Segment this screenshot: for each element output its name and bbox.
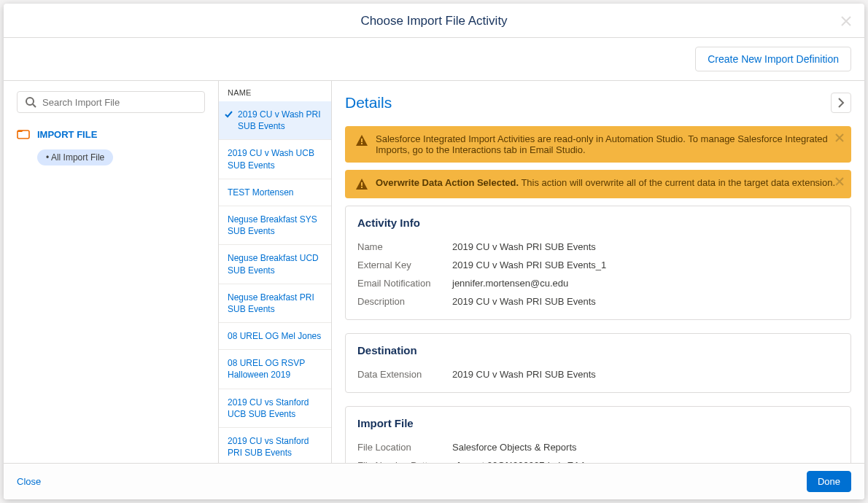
field-label: External Key <box>357 260 452 270</box>
check-icon <box>225 110 233 118</box>
list-item[interactable]: Neguse Breakfast PRI SUB Events <box>219 284 331 323</box>
svg-point-0 <box>26 98 34 105</box>
alert-text: Salesforce Integrated Import Activities … <box>376 133 841 155</box>
create-new-import-button[interactable]: Create New Import Definition <box>695 47 851 71</box>
list-item[interactable]: 2019 CU v Wash PRI SUB Events <box>219 101 331 140</box>
list-item[interactable]: 2019 CU v Wash UCB SUB Events <box>219 140 331 179</box>
list-item-label: 2019 CU vs Stanford PRI SUB Events <box>228 436 309 458</box>
field-row: Description2019 CU v Wash PRI SUB Events <box>357 292 839 311</box>
list-item[interactable]: 2019 CU vs Stanford UCB SUB Events <box>219 389 331 428</box>
alert-banner: Salesforce Integrated Import Activities … <box>345 126 851 163</box>
field-label: Description <box>357 296 452 307</box>
field-row: External Key2019 CU v Wash PRI SUB Event… <box>357 256 839 274</box>
field-label: Data Extension <box>357 369 452 380</box>
folder-root[interactable]: IMPORT FILE <box>17 128 205 141</box>
svg-rect-3 <box>361 139 363 142</box>
done-button[interactable]: Done <box>807 471 851 492</box>
svg-rect-6 <box>361 187 363 188</box>
alert-text: Overwrite Data Action Selected. This act… <box>376 177 835 188</box>
svg-line-1 <box>33 104 36 107</box>
toolbar: Create New Import Definition <box>4 38 864 81</box>
modal-title: Choose Import File Activity <box>360 14 507 28</box>
panel-import-title: Import File <box>357 417 839 429</box>
panel-activity-title: Activity Info <box>357 217 839 229</box>
field-label: Name <box>357 241 452 252</box>
list-item[interactable]: Neguse Breakfast UCD SUB Events <box>219 245 331 284</box>
field-row: Data Extension2019 CU v Wash PRI SUB Eve… <box>357 365 839 383</box>
details-heading: Details <box>345 94 392 112</box>
alert-dismiss-icon[interactable] <box>835 133 844 144</box>
list-item[interactable]: TEST Mortensen <box>219 179 331 206</box>
modal-body: IMPORT FILE All Import File NAME 2019 CU… <box>4 81 864 463</box>
name-column: NAME 2019 CU v Wash PRI SUB Events2019 C… <box>219 81 332 463</box>
warning-icon <box>355 178 368 191</box>
list-item-label: TEST Mortensen <box>228 187 293 198</box>
panel-import-file: Import File File LocationSalesforce Obje… <box>345 406 851 463</box>
field-value: 2019 CU v Wash PRI SUB Events <box>452 369 596 380</box>
svg-rect-4 <box>361 143 363 144</box>
details-column: Details Salesforce Integrated Import Act… <box>332 81 864 463</box>
list-item-label: 2019 CU vs Stanford UCB SUB Events <box>228 397 309 419</box>
next-button[interactable] <box>831 93 851 113</box>
folder-pill-all[interactable]: All Import File <box>37 149 113 165</box>
modal-choose-import-file: Choose Import File Activity Create New I… <box>4 4 864 499</box>
list-item-label: Neguse Breakfast SYS SUB Events <box>228 214 317 236</box>
field-row: Name2019 CU v Wash PRI SUB Events <box>357 238 839 256</box>
field-value: 2019 CU v Wash PRI SUB Events <box>452 296 596 307</box>
panel-destination-title: Destination <box>357 344 839 356</box>
alert-banner: Overwrite Data Action Selected. This act… <box>345 170 851 198</box>
list-item-label: 08 UREL OG RSVP Halloween 2019 <box>228 358 305 380</box>
list-item-label: Neguse Breakfast PRI SUB Events <box>228 292 314 314</box>
field-row: Email Notificationjennifer.mortensen@cu.… <box>357 274 839 292</box>
modal-footer: Close Done <box>4 463 864 499</box>
alert-dismiss-icon[interactable] <box>835 177 844 187</box>
sidebar: IMPORT FILE All Import File <box>4 81 219 463</box>
field-label: Email Notification <box>357 278 452 289</box>
name-list[interactable]: 2019 CU v Wash PRI SUB Events2019 CU v W… <box>219 101 331 463</box>
close-icon[interactable] <box>841 14 851 28</box>
panel-destination: Destination Data Extension2019 CU v Wash… <box>345 333 851 393</box>
folder-root-label: IMPORT FILE <box>37 129 97 140</box>
field-row: File Naming Patternsfreport 00Of4000007d… <box>357 456 839 463</box>
svg-rect-5 <box>361 182 363 186</box>
list-item[interactable]: 08 UREL OG RSVP Halloween 2019 <box>219 350 331 389</box>
close-button[interactable]: Close <box>17 476 41 487</box>
field-value: 2019 CU v Wash PRI SUB Events_1 <box>452 260 606 270</box>
panel-activity-info: Activity Info Name2019 CU v Wash PRI SUB… <box>345 206 851 320</box>
search-input-wrap[interactable] <box>17 91 205 113</box>
list-item[interactable]: 2019 CU vs Stanford PRI SUB Events <box>219 428 331 463</box>
field-row: File LocationSalesforce Objects & Report… <box>357 438 839 456</box>
search-input[interactable] <box>42 97 197 108</box>
list-item-label: 2019 CU v Wash UCB SUB Events <box>228 148 314 170</box>
search-icon <box>25 96 36 108</box>
list-item[interactable]: 08 UREL OG Mel Jones <box>219 323 331 350</box>
field-value: jennifer.mortensen@cu.edu <box>452 278 568 289</box>
list-item-label: 2019 CU v Wash PRI SUB Events <box>238 109 324 132</box>
warning-icon <box>355 134 368 147</box>
chevron-right-icon <box>837 98 845 108</box>
list-item-label: 08 UREL OG Mel Jones <box>228 331 321 341</box>
name-column-header: NAME <box>219 81 331 101</box>
folder-icon <box>17 128 30 141</box>
list-item-label: Neguse Breakfast UCD SUB Events <box>228 253 319 275</box>
field-label: File Location <box>357 442 452 453</box>
list-item[interactable]: Neguse Breakfast SYS SUB Events <box>219 206 331 245</box>
field-value: Salesforce Objects & Reports <box>452 442 577 453</box>
modal-header: Choose Import File Activity <box>4 4 864 38</box>
field-value: 2019 CU v Wash PRI SUB Events <box>452 241 596 252</box>
